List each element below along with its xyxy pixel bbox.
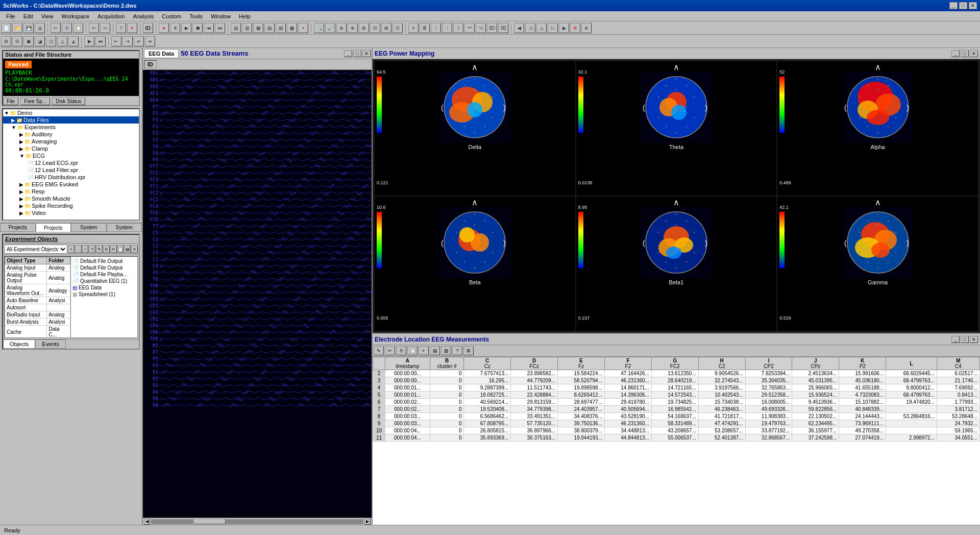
- tab-system-1[interactable]: System: [71, 223, 107, 232]
- ep-tb-6[interactable]: ▤: [430, 346, 440, 355]
- tb-zoom4[interactable]: ⊗: [348, 23, 358, 33]
- menu-edit[interactable]: Edit: [19, 12, 37, 20]
- tb2-11[interactable]: ⇥: [122, 36, 133, 46]
- exp-del-btn[interactable]: -: [75, 245, 82, 253]
- ep-minimize-btn[interactable]: _: [951, 336, 960, 343]
- tree-node-12lead-filter[interactable]: 📄 12 Lead Filter.xpr: [3, 166, 139, 174]
- tb2-4[interactable]: ◪: [35, 36, 45, 46]
- tree-node-demo[interactable]: ▼ 📁 Demo: [3, 109, 139, 116]
- tb-acq5[interactable]: ▨: [276, 23, 286, 33]
- tb-stop[interactable]: ✕: [127, 23, 137, 33]
- minimize-button[interactable]: _: [949, 2, 958, 9]
- tb-acq4[interactable]: ▧: [264, 23, 275, 33]
- ep-tb-5[interactable]: +: [419, 346, 429, 355]
- tb-print[interactable]: 🖨: [35, 23, 45, 33]
- ep-tb-1[interactable]: ✎: [374, 346, 384, 355]
- tb-ff[interactable]: ⏭: [215, 23, 225, 33]
- tb-acq3[interactable]: ▦: [253, 23, 263, 33]
- tree-node-auditory[interactable]: ▶ 📁 Auditory: [3, 131, 139, 138]
- list-item[interactable]: Analog InputAnalog: [5, 264, 70, 272]
- tb-chan4[interactable]: ⋮: [442, 23, 452, 33]
- tb-chan5[interactable]: ⌇: [453, 23, 463, 33]
- tab-projects-1[interactable]: Projects: [0, 223, 36, 232]
- ep-tb-4[interactable]: 📋: [407, 346, 418, 355]
- tb-undo[interactable]: ↩: [89, 23, 99, 33]
- table-row[interactable]: 3000:00:00...016.295...44.779209...58.52…: [373, 377, 980, 384]
- exp-list-btn[interactable]: ≡: [131, 245, 138, 253]
- menu-acquisition[interactable]: Acquisition: [93, 12, 129, 20]
- tb-acq6[interactable]: ▩: [287, 23, 297, 33]
- tree-node-smooth-muscle[interactable]: ▶ 📁 Smooth Muscle: [3, 195, 139, 202]
- list-item[interactable]: CacheData C...: [5, 326, 70, 338]
- table-row[interactable]: 8000:00:03...06.5686462...33.491351...34…: [373, 413, 980, 420]
- tb-chan1[interactable]: ≡: [408, 23, 419, 33]
- exp-add-btn[interactable]: +: [68, 245, 75, 253]
- tb-cut[interactable]: ✂: [51, 23, 61, 33]
- menu-file[interactable]: File: [2, 12, 19, 20]
- tb-open[interactable]: 📂: [12, 23, 22, 33]
- exp-up-btn[interactable]: ↑: [82, 245, 89, 253]
- exp-copy-btn[interactable]: ⎘: [103, 245, 110, 253]
- tree-node-ecg[interactable]: ▼ 📁 ECG: [3, 152, 139, 159]
- tb2-5[interactable]: ◫: [46, 36, 56, 46]
- menu-tools[interactable]: Tools: [185, 12, 207, 20]
- tb2-8[interactable]: ▶: [84, 36, 94, 46]
- list-item[interactable]: 📄 Default File Output: [72, 258, 136, 264]
- tb-zoom2[interactable]: 🔎: [325, 23, 335, 33]
- list-item[interactable]: 📄 Quantitative EEG (1): [72, 278, 136, 284]
- list-item[interactable]: ▦ Spreadsheet (1): [72, 291, 136, 298]
- tree-node-hrv[interactable]: 📄 HRV Distribution.xpr: [3, 174, 139, 181]
- tb2-6[interactable]: ◬: [57, 36, 67, 46]
- tab-system-2[interactable]: System: [107, 223, 142, 232]
- table-row[interactable]: 2000:00:00...07.6757413...23.898582...19…: [373, 370, 980, 377]
- close-button[interactable]: ✕: [969, 2, 977, 9]
- tb-rec[interactable]: ●: [159, 23, 169, 33]
- maximize-button[interactable]: □: [959, 2, 967, 9]
- eeg-close-btn[interactable]: ✕: [362, 50, 371, 57]
- tb-chan3[interactable]: ⁞: [431, 23, 441, 33]
- tree-node-clamp[interactable]: ▶ 📁 Clamp: [3, 145, 139, 152]
- tb2-9[interactable]: ⏭: [95, 36, 106, 46]
- hscroll-left-btn[interactable]: ◀: [144, 519, 150, 525]
- tb2-12[interactable]: ⇚: [134, 36, 144, 46]
- menu-custom[interactable]: Custom: [158, 12, 185, 20]
- tree-node-spike[interactable]: ▶ 📁 Spike Recording: [3, 202, 139, 209]
- tab-projects-2[interactable]: Projects: [36, 223, 71, 232]
- ep-tb-2[interactable]: ✂: [385, 346, 395, 355]
- menu-window[interactable]: Window: [207, 12, 235, 20]
- tb-rew[interactable]: ⏮: [204, 23, 214, 33]
- tab-events[interactable]: Events: [35, 339, 66, 349]
- tree-node-12lead-ecg[interactable]: 📄 12 Lead ECG.xpr: [3, 159, 139, 166]
- tb-zoom7[interactable]: ⊠: [381, 23, 391, 33]
- tb2-2[interactable]: ⊟: [12, 36, 22, 46]
- tb-chan9[interactable]: ⌧: [498, 23, 508, 33]
- tree-node-resp[interactable]: ▶ 📁 Resp: [3, 188, 139, 195]
- tb-nav1[interactable]: ◀: [514, 23, 524, 33]
- tb-paste[interactable]: 📋: [73, 23, 83, 33]
- free-sp-button[interactable]: Free Sp...: [20, 98, 50, 105]
- tb-pause[interactable]: ⏸: [170, 23, 180, 33]
- tb-nav5[interactable]: ▶: [559, 23, 569, 33]
- tb-nav4[interactable]: ▷: [548, 23, 558, 33]
- pm-maximize-btn[interactable]: □: [961, 50, 969, 57]
- table-row[interactable]: 11000:00:04...035.893369...30.375163...1…: [373, 434, 980, 442]
- tb-nav2[interactable]: ◁: [525, 23, 535, 33]
- tb-chan7[interactable]: ⌥: [476, 23, 486, 33]
- eeg-maximize-btn[interactable]: □: [353, 50, 361, 57]
- tree-node-datafiles[interactable]: ▶ 📁 Data Files: [3, 116, 139, 124]
- disk-status-button[interactable]: Disk Status: [52, 98, 85, 105]
- tb-zoom6[interactable]: ⊟: [370, 23, 380, 33]
- exp-paste-btn[interactable]: 📋: [117, 245, 124, 253]
- tb2-13[interactable]: ⇛: [145, 36, 155, 46]
- tb-zoom8[interactable]: ⊡: [393, 23, 403, 33]
- tb-acq2[interactable]: ▥: [242, 23, 252, 33]
- tb-new[interactable]: 📄: [1, 23, 11, 33]
- menu-analysis[interactable]: Analysis: [129, 12, 158, 20]
- file-button[interactable]: File: [3, 98, 18, 105]
- tree-node-video[interactable]: ▶ 📁 Video: [3, 209, 139, 216]
- tb-save[interactable]: 💾: [23, 23, 34, 33]
- tb-redo[interactable]: ↪: [100, 23, 110, 33]
- list-item[interactable]: Analog Waveform Out...Analogy: [5, 284, 70, 297]
- table-row[interactable]: 9000:00:03...067.808795...57.735120...39…: [373, 420, 980, 427]
- table-row[interactable]: 4000:00:01...09.2887399...11.511743...19…: [373, 384, 980, 392]
